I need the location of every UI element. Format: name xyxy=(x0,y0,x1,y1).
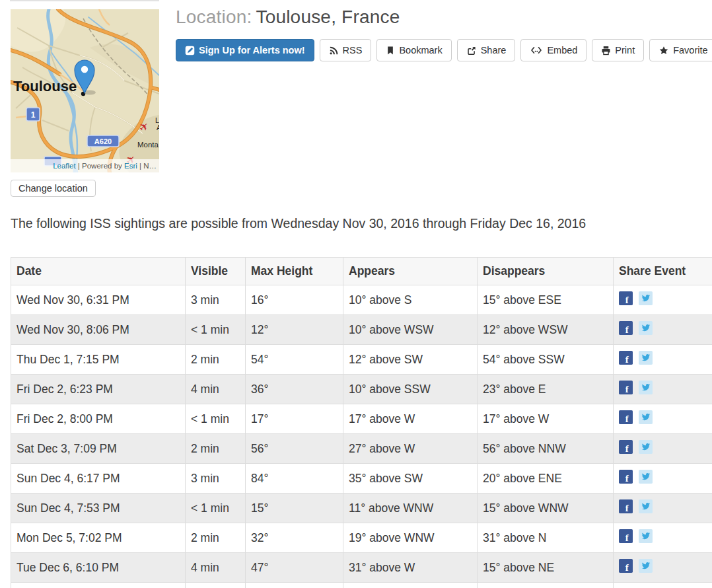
facebook-share-button[interactable]: f xyxy=(619,321,633,335)
cell-max_height: 54° xyxy=(246,345,343,375)
location-map[interactable]: Toulouse 1 A620 ✈ ✈ L A Monta Leaflet | … xyxy=(11,9,159,172)
facebook-share-button[interactable]: f xyxy=(619,351,633,365)
table-row: Fri Dec 2, 6:23 PM4 min36°10° above SSW2… xyxy=(11,375,712,404)
twitter-share-button[interactable] xyxy=(639,499,653,513)
cell-disappears: 23° above E xyxy=(478,375,614,404)
cell-disappears: 15° above WNW xyxy=(478,494,614,523)
cell-visible: 3 min xyxy=(186,464,246,494)
cell-max_height: 12° xyxy=(246,315,343,345)
cell-max_height: 56° xyxy=(246,434,343,464)
twitter-share-button[interactable] xyxy=(639,559,653,573)
table-row: Sat Dec 3, 7:09 PM2 min56°27° above W56°… xyxy=(11,434,712,464)
cell-appears: 10° above S xyxy=(343,285,478,315)
cell-appears: 10° above WSW xyxy=(343,315,478,345)
cell-appears: 10° above SSW xyxy=(343,375,478,404)
column-header-4: Disappears xyxy=(478,258,614,285)
twitter-share-button[interactable] xyxy=(639,440,653,454)
cell-visible: < 1 min xyxy=(186,315,246,345)
cell-date: Sun Dec 4, 6:17 PM xyxy=(11,464,186,494)
cell-share-event: f xyxy=(614,285,712,315)
map-city-label: Toulouse xyxy=(13,78,77,94)
embed-button[interactable]: Embed xyxy=(520,39,587,61)
cell-appears: 35° above SW xyxy=(343,464,478,494)
twitter-share-button[interactable] xyxy=(639,351,653,365)
change-location-button[interactable]: Change location xyxy=(11,180,96,197)
svg-text:1: 1 xyxy=(31,110,36,120)
cell-disappears: 12° above WSW xyxy=(478,315,614,345)
sightings-table: DateVisibleMax HeightAppearsDisappearsSh… xyxy=(11,257,712,588)
cell-share-event: f xyxy=(614,434,712,464)
cell-disappears: 54° above SSW xyxy=(478,345,614,375)
cell-appears: 31° above W xyxy=(343,553,478,583)
table-row: Thu Dec 1, 7:15 PM2 min54°12° above SW54… xyxy=(11,345,712,375)
facebook-share-button[interactable]: f xyxy=(619,381,633,394)
top-divider xyxy=(10,0,159,1)
twitter-share-button[interactable] xyxy=(639,291,653,305)
cell-share-event: f xyxy=(614,345,712,375)
cell-share-event: f xyxy=(614,494,712,523)
cell-appears: 12° above SW xyxy=(343,345,478,375)
cell-date: Sun Dec 4, 7:53 PM xyxy=(11,494,186,523)
cell-date: Tue Dec 6, 6:10 PM xyxy=(11,553,186,583)
twitter-share-button[interactable] xyxy=(639,410,653,424)
column-header-3: Appears xyxy=(343,258,478,285)
cell-date: Sat Dec 3, 7:09 PM xyxy=(11,434,186,464)
facebook-share-button[interactable]: f xyxy=(619,440,633,454)
share-button[interactable]: Share xyxy=(457,39,516,61)
rss-button[interactable]: RSS xyxy=(320,39,372,61)
facebook-share-button[interactable]: f xyxy=(619,410,633,424)
facebook-share-button[interactable]: f xyxy=(619,470,633,484)
cell-share-event: f xyxy=(614,464,712,494)
cell-appears: 17° above W xyxy=(343,404,478,434)
favorite-button[interactable]: Favorite xyxy=(649,39,712,61)
svg-text:A: A xyxy=(157,124,159,131)
twitter-share-button[interactable] xyxy=(639,529,653,543)
cell-visible: 3 min xyxy=(186,285,246,315)
cell-visible: 4 min xyxy=(186,375,246,404)
leaflet-link[interactable]: Leaflet xyxy=(53,162,76,170)
signup-alerts-button[interactable]: Sign Up for Alerts now! xyxy=(176,39,314,61)
esri-link[interactable]: Esri xyxy=(124,162,137,170)
cell-visible: 2 min xyxy=(186,345,246,375)
page-title: Location:Toulouse, France xyxy=(176,7,400,28)
cell-visible: 2 min xyxy=(186,523,246,553)
sightings-table-body: Wed Nov 30, 6:31 PM3 min16°10° above S15… xyxy=(11,285,712,588)
cell-date: Wed Nov 30, 6:31 PM xyxy=(11,285,186,315)
table-row: Wed Nov 30, 6:31 PM3 min16°10° above S15… xyxy=(11,285,712,315)
road-shield-a620: A620 xyxy=(87,135,119,147)
table-row: Tue Dec 6, 6:10 PM4 min47°31° above W15°… xyxy=(11,553,712,583)
bookmark-button[interactable]: Bookmark xyxy=(376,39,451,61)
column-header-5: Share Event xyxy=(614,258,712,285)
twitter-share-button[interactable] xyxy=(639,321,653,335)
table-row: Wed Nov 30, 8:06 PM< 1 min12°10° above W… xyxy=(11,315,712,345)
table-row: Sun Dec 4, 7:53 PM< 1 min15°11° above WN… xyxy=(11,494,712,523)
twitter-share-button[interactable] xyxy=(639,470,653,484)
column-header-1: Visible xyxy=(186,258,246,285)
cell-disappears: 15° above NE xyxy=(478,553,614,583)
cell-share-event: f xyxy=(614,315,712,345)
printer-icon xyxy=(601,46,611,55)
cell-disappears: 31° above N xyxy=(478,523,614,553)
facebook-share-button[interactable]: f xyxy=(619,559,633,573)
cell-date: Fri Dec 2, 8:00 PM xyxy=(11,404,186,434)
cell-visible: 4 min xyxy=(186,553,246,583)
star-icon xyxy=(659,46,669,55)
column-header-2: Max Height xyxy=(246,258,343,285)
table-row: Mon Dec 5, 7:02 PM2 min32°19° above WNW3… xyxy=(11,523,712,553)
cell-share-event: f xyxy=(614,375,712,404)
print-button[interactable]: Print xyxy=(592,39,644,61)
table-row: Sun Dec 4, 6:17 PM3 min84°35° above SW20… xyxy=(11,464,712,494)
facebook-share-button[interactable]: f xyxy=(619,529,633,543)
cell-max_height: 15° xyxy=(246,494,343,523)
title-value: Toulouse, France xyxy=(256,7,400,27)
cell-disappears: 15° above ESE xyxy=(478,285,614,315)
road-shield-1: 1 xyxy=(26,108,40,121)
cell-disappears: 56° above NNW xyxy=(478,434,614,464)
embed-code-icon xyxy=(530,46,543,55)
facebook-share-button[interactable]: f xyxy=(619,499,633,513)
table-header-row: DateVisibleMax HeightAppearsDisappearsSh… xyxy=(11,258,712,285)
action-toolbar: Sign Up for Alerts now! RSS Bookmark Sha… xyxy=(176,39,712,61)
twitter-share-button[interactable] xyxy=(639,381,653,394)
svg-text:A620: A620 xyxy=(94,137,112,145)
facebook-share-button[interactable]: f xyxy=(619,291,633,305)
